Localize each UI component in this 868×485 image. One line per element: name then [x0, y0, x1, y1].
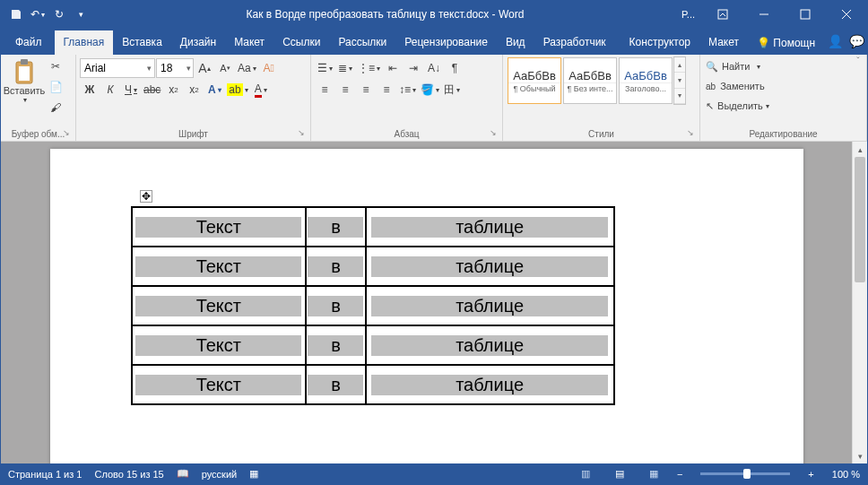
redo-button[interactable]: ↻ [49, 4, 69, 24]
paste-button[interactable]: Вставить ▾ [4, 56, 44, 106]
clear-formatting-button[interactable]: A⃠ [259, 58, 279, 78]
align-right-button[interactable]: ≡ [356, 80, 376, 100]
text-effects-button[interactable]: A▾ [204, 80, 224, 100]
table-cell[interactable]: таблице [366, 247, 614, 286]
style-normal[interactable]: АаБбВв¶ Обычный [508, 57, 561, 104]
font-launcher[interactable]: ↘ [296, 128, 307, 139]
font-size-input[interactable] [157, 62, 184, 74]
tab-file[interactable]: Файл [3, 30, 55, 55]
shrink-font-button[interactable]: A▾ [215, 58, 235, 78]
table-row[interactable]: Текствтаблице [132, 325, 614, 365]
line-spacing-button[interactable]: ↕≡▾ [397, 80, 418, 100]
tab-layout[interactable]: Макет [225, 30, 273, 55]
zoom-level[interactable]: 100 % [832, 469, 860, 480]
tab-table-design[interactable]: Конструктор [621, 30, 699, 55]
table-cell[interactable]: в [306, 325, 366, 365]
find-button[interactable]: 🔍 Найти ▾ [704, 56, 762, 76]
tell-me-search[interactable]: 💡 Помощн [748, 31, 824, 55]
increase-indent-button[interactable]: ⇥ [404, 58, 423, 78]
ribbon-options-button[interactable] [702, 1, 743, 28]
table-cell[interactable]: таблице [366, 325, 614, 365]
view-web-layout[interactable]: ▦ [643, 463, 664, 484]
save-button[interactable] [6, 4, 26, 24]
status-page[interactable]: Страница 1 из 1 [8, 469, 82, 480]
user-name[interactable]: P... [674, 9, 702, 20]
sort-button[interactable]: A↓ [424, 58, 444, 78]
subscript-button[interactable]: x2 [163, 80, 183, 100]
font-color-button[interactable]: A▾ [251, 80, 271, 100]
table-cell[interactable]: таблице [366, 365, 614, 404]
change-case-button[interactable]: Aa▾ [236, 58, 258, 78]
table-cell[interactable]: таблице [366, 207, 614, 247]
vertical-scrollbar[interactable]: ▴ ▾ [852, 142, 867, 463]
table-cell[interactable]: Текст [132, 247, 307, 286]
styles-gallery-scroll[interactable]: ▴▾▾ [673, 56, 686, 105]
scroll-down-button[interactable]: ▾ [853, 448, 867, 463]
font-name-input[interactable] [81, 62, 143, 74]
view-print-layout[interactable]: ▤ [609, 463, 630, 484]
table-cell[interactable]: в [306, 207, 366, 247]
cut-button[interactable]: ✂ [46, 56, 65, 76]
status-words[interactable]: Слово 15 из 15 [94, 469, 163, 480]
share-button[interactable]: 👤 [824, 28, 846, 55]
table-move-handle[interactable]: ✥ [140, 190, 152, 203]
font-name-combo[interactable]: ▾ [80, 58, 155, 78]
align-center-button[interactable]: ≡ [335, 80, 355, 100]
collapse-ribbon-button[interactable]: ˇ [851, 56, 865, 71]
show-marks-button[interactable]: ¶ [445, 58, 464, 78]
minimize-button[interactable] [743, 1, 785, 28]
underline-button[interactable]: Ч▾ [121, 80, 141, 100]
font-size-combo[interactable]: ▾ [156, 58, 194, 78]
status-macro-icon[interactable]: ▦ [249, 468, 258, 480]
page[interactable]: ✥ ТекствтаблицеТекствтаблицеТекствтаблиц… [50, 149, 803, 463]
tab-insert[interactable]: Вставка [113, 30, 171, 55]
format-painter-button[interactable]: 🖌 [46, 98, 65, 117]
table-cell[interactable]: Текст [132, 365, 307, 404]
document-scroll[interactable]: ✥ ТекствтаблицеТекствтаблицеТекствтаблиц… [1, 142, 852, 463]
paragraph-launcher[interactable]: ↘ [488, 128, 499, 139]
table-cell[interactable]: таблице [366, 286, 614, 325]
tab-table-layout[interactable]: Макет [699, 30, 748, 55]
table-cell[interactable]: Текст [132, 286, 307, 325]
table-row[interactable]: Текствтаблице [132, 207, 614, 247]
tab-developer[interactable]: Разработчик [534, 30, 615, 55]
status-proofing-icon[interactable]: 📖 [177, 468, 189, 480]
comments-button[interactable]: 💬 [846, 28, 867, 55]
align-left-button[interactable]: ≡ [315, 80, 334, 100]
tab-view[interactable]: Вид [497, 30, 534, 55]
maximize-button[interactable] [785, 1, 826, 28]
zoom-in-button[interactable]: + [808, 469, 813, 480]
zoom-slider[interactable] [700, 472, 790, 475]
decrease-indent-button[interactable]: ⇤ [383, 58, 403, 78]
tab-home[interactable]: Главная [55, 30, 114, 55]
multilevel-list-button[interactable]: ⋮≡▾ [356, 58, 382, 78]
tab-references[interactable]: Ссылки [273, 30, 329, 55]
select-button[interactable]: ↖ Выделить▾ [704, 96, 771, 116]
numbering-button[interactable]: ≣▾ [335, 58, 355, 78]
scroll-up-button[interactable]: ▴ [853, 142, 867, 157]
highlight-button[interactable]: ab▾ [225, 80, 249, 100]
style-heading1[interactable]: АаБбВвЗаголово... [619, 57, 673, 104]
scroll-thumb[interactable] [855, 157, 865, 282]
status-language[interactable]: русский [202, 469, 237, 480]
zoom-out-button[interactable]: − [677, 469, 682, 480]
table-row[interactable]: Текствтаблице [132, 365, 614, 404]
table-cell[interactable]: в [306, 247, 366, 286]
tab-design[interactable]: Дизайн [171, 30, 225, 55]
styles-launcher[interactable]: ↘ [685, 128, 696, 139]
justify-button[interactable]: ≡ [377, 80, 396, 100]
document-table[interactable]: ТекствтаблицеТекствтаблицеТекствтаблицеТ… [131, 206, 615, 405]
shading-button[interactable]: 🪣▾ [419, 80, 441, 100]
table-cell[interactable]: Текст [132, 325, 307, 365]
view-read-mode[interactable]: ▥ [575, 463, 596, 484]
qat-customize-button[interactable]: ▾ [71, 4, 91, 24]
copy-button[interactable]: 📄 [46, 77, 65, 97]
bullets-button[interactable]: ☰▾ [315, 58, 334, 78]
grow-font-button[interactable]: A▴ [195, 58, 214, 78]
undo-button[interactable]: ↶▾ [28, 4, 48, 24]
italic-button[interactable]: К [100, 80, 120, 100]
strikethrough-button[interactable]: abc [142, 80, 162, 100]
bold-button[interactable]: Ж [80, 80, 100, 100]
close-button[interactable] [826, 1, 867, 28]
clipboard-launcher[interactable]: ↘ [61, 128, 72, 139]
